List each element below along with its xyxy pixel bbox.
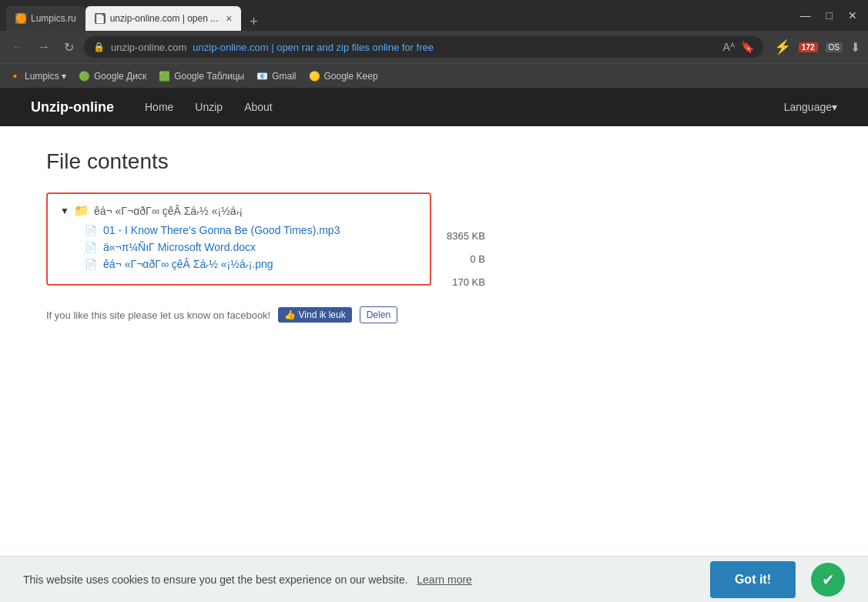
bookmark-lumpics-label: Lumpics ▾ — [25, 71, 66, 82]
tab-lumpics[interactable]: 🟠 Lumpics.ru — [6, 6, 85, 31]
language-dropdown[interactable]: Language▾ — [784, 101, 837, 113]
lock-icon: 🔒 — [93, 42, 105, 52]
file-tree-container: ▼ 📁 êá¬ «Γ¬αðΓ∞ çêÂ Σáᵣ½ «¡½áᵣ¡ 📄 01 - I… — [46, 192, 431, 286]
file-icon-2: 📄 — [85, 259, 97, 270]
tab-lumpics-label: Lumpics.ru — [31, 13, 76, 24]
cookie-learn-more-link[interactable]: Learn more — [417, 574, 472, 586]
folder-name: êá¬ «Γ¬αðΓ∞ çêÂ Σáᵣ½ «¡½áᵣ¡ — [94, 205, 243, 217]
lumpics-favicon: 🟠 — [15, 13, 26, 24]
file-link-1[interactable]: ä«¬π¼ÑıΓ Microsoft Word.docx — [103, 241, 256, 253]
title-bar: 🟠 Lumpics.ru 📄 unzip-online.com | open .… — [0, 0, 868, 31]
bookmark-keep[interactable]: 🟡 Google Keep — [309, 71, 378, 82]
nav-home[interactable]: Home — [145, 101, 173, 113]
file-sizes-column: 8365 KB 0 B 170 KB — [447, 192, 485, 291]
url-bar[interactable]: 🔒 unzip-online.com unzip-online.com | op… — [84, 36, 763, 58]
file-size-2: 170 KB — [447, 273, 485, 291]
tab-unzip-label: unzip-online.com | open ... — [110, 13, 219, 24]
fb-bar-text: If you like this site please let us know… — [46, 309, 270, 321]
forward-button[interactable]: → — [34, 38, 54, 55]
unzip-favicon: 📄 — [95, 13, 106, 24]
keep-icon: 🟡 — [309, 71, 320, 82]
maximize-button[interactable]: □ — [822, 8, 837, 23]
notification-badge: 172 — [799, 42, 818, 52]
cookie-shield-icon: ✔ — [811, 563, 845, 597]
reader-mode-icon[interactable]: Aᴬ — [723, 41, 735, 53]
bookmark-lumpics[interactable]: 🔸 Lumpics ▾ — [9, 71, 66, 82]
os-badge: OS — [826, 42, 843, 52]
fb-share-button[interactable]: Delen — [360, 306, 397, 323]
bookmark-gmail-label: Gmail — [272, 71, 296, 82]
bookmark-keep-label: Google Keep — [324, 71, 378, 82]
minimize-button[interactable]: — — [796, 8, 816, 23]
file-icon-1: 📄 — [85, 242, 97, 253]
file-listing-area: ▼ 📁 êá¬ «Γ¬αðΓ∞ çêÂ Σáᵣ½ «¡½áᵣ¡ 📄 01 - I… — [46, 192, 822, 291]
cookie-text: This website uses cookies to ensure you … — [23, 574, 695, 586]
lumpics-bookmark-icon: 🔸 — [9, 71, 21, 82]
tab-unzip[interactable]: 📄 unzip-online.com | open ... × — [85, 6, 242, 31]
address-bar: ← → ↻ 🔒 unzip-online.com unzip-online.co… — [0, 31, 868, 63]
page-title: File contents — [46, 149, 822, 174]
tab-close-button[interactable]: × — [226, 12, 232, 25]
browser-frame: 🟠 Lumpics.ru 📄 unzip-online.com | open .… — [0, 0, 868, 602]
new-tab-button[interactable]: + — [244, 12, 263, 31]
nav-unzip[interactable]: Unzip — [195, 101, 223, 113]
file-icon-0: 📄 — [85, 225, 97, 236]
back-button[interactable]: ← — [8, 38, 28, 55]
file-link-2[interactable]: êá¬ «Γ¬αðΓ∞ çêÂ Σáᵣ½ «¡½áᵣ¡.png — [103, 258, 273, 270]
folder-arrow-icon: ▼ — [60, 206, 69, 216]
site-nav-links: Home Unzip About — [145, 101, 273, 113]
file-link-0[interactable]: 01 - I Know There's Gonna Be (Good Times… — [103, 224, 340, 236]
extension-bolt-icon[interactable]: ⚡ — [774, 38, 791, 55]
cookie-accept-button[interactable]: Got it! — [710, 561, 796, 598]
bookmarks-bar: 🔸 Lumpics ▾ 🟢 Google Диск 🟩 Google Табли… — [0, 63, 868, 88]
url-origin: unzip-online.com — [111, 42, 186, 53]
site-nav: Unzip-online Home Unzip About Language▾ — [0, 88, 868, 126]
bookmark-gdrive[interactable]: 🟢 Google Диск — [79, 71, 146, 82]
bookmark-icon[interactable]: 🔖 — [741, 41, 754, 53]
nav-about[interactable]: About — [244, 101, 273, 113]
file-row-0: 📄 01 - I Know There's Gonna Be (Good Tim… — [85, 224, 417, 236]
url-path: unzip-online.com | open rar and zip file… — [193, 42, 434, 53]
refresh-button[interactable]: ↻ — [60, 38, 78, 56]
cookie-bar: This website uses cookies to ensure you … — [0, 556, 868, 602]
tab-bar: 🟠 Lumpics.ru 📄 unzip-online.com | open .… — [6, 0, 263, 31]
website: Unzip-online Home Unzip About Language▾ … — [0, 88, 868, 602]
url-actions: Aᴬ 🔖 — [723, 41, 754, 53]
facebook-bar: If you like this site please let us know… — [46, 306, 822, 323]
window-controls: — □ ✕ — [796, 8, 862, 23]
toolbar-right: ⚡ 172 OS ⬇ — [774, 38, 860, 55]
close-button[interactable]: ✕ — [843, 8, 862, 23]
gmail-icon: 📧 — [256, 71, 268, 82]
bookmark-gsheets-label: Google Таблицы — [174, 71, 244, 82]
download-icon[interactable]: ⬇ — [850, 40, 860, 55]
file-size-0: 8365 KB — [447, 226, 485, 245]
fb-share-label: Delen — [367, 309, 390, 320]
folder-row: ▼ 📁 êá¬ «Γ¬αðΓ∞ çêÂ Σáᵣ½ «¡½áᵣ¡ — [60, 203, 417, 218]
bookmark-gdrive-label: Google Диск — [94, 71, 146, 82]
gdrive-icon: 🟢 — [79, 71, 90, 82]
fb-like-label: 👍 Vind ik leuk — [284, 309, 345, 320]
bookmark-gmail[interactable]: 📧 Gmail — [256, 71, 296, 82]
file-size-1: 0 B — [447, 249, 485, 268]
site-logo: Unzip-online — [31, 99, 114, 115]
folder-icon: 📁 — [74, 203, 89, 218]
file-list: 📄 01 - I Know There's Gonna Be (Good Tim… — [85, 224, 417, 270]
file-row-2: 📄 êá¬ «Γ¬αðΓ∞ çêÂ Σáᵣ½ «¡½áᵣ¡.png — [85, 258, 417, 270]
gsheets-icon: 🟩 — [159, 71, 170, 82]
file-row-1: 📄 ä«¬π¼ÑıΓ Microsoft Word.docx — [85, 241, 417, 253]
main-content: File contents ▼ 📁 êá¬ «Γ¬αðΓ∞ çêÂ Σáᵣ½ «… — [0, 126, 868, 558]
fb-like-button[interactable]: 👍 Vind ik leuk — [278, 307, 351, 323]
bookmark-gsheets[interactable]: 🟩 Google Таблицы — [159, 71, 244, 82]
